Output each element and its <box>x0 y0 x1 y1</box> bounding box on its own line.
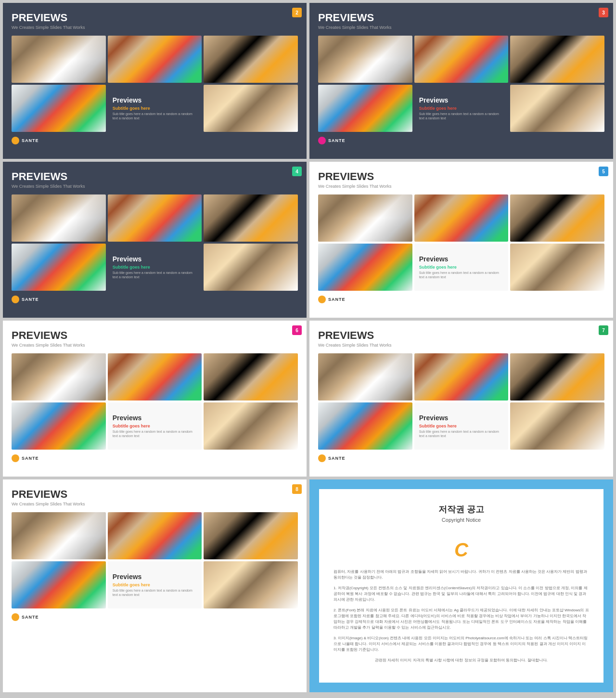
img-cell-1-2 <box>108 36 202 83</box>
footer-text-3: SANTE <box>22 297 39 302</box>
preview-text-4: Previews <box>419 255 504 263</box>
slide-subtitle-7: We Creates Simple Slides That Works <box>12 502 298 506</box>
img-cell-1-6 <box>204 85 298 132</box>
copyright-inner: 저작권 공고 Copyright Notice C 컴퓨터, 자료를 사용하기 … <box>319 489 603 683</box>
preview-cell-2: Previews Subtitle goes here Sub title go… <box>414 85 509 132</box>
img-cell-3-1 <box>12 194 106 242</box>
preview-text-2: Previews <box>419 96 504 104</box>
img-cell-5-3 <box>204 353 298 401</box>
copyright-para-2: 2. 폰트(Font) 본래 자료에 사용된 모든 폰트 유료는 어도비 서체에… <box>334 608 589 631</box>
img-cell-7-1 <box>12 512 106 559</box>
img-cell-6-4 <box>318 402 412 450</box>
preview-desc-5: Sub title goes here a random text a rand… <box>113 429 197 438</box>
img-cell-4-1 <box>318 194 412 242</box>
preview-desc-3: Sub title goes here a random text a rand… <box>113 271 197 279</box>
footer-icon-4 <box>318 296 326 303</box>
preview-sub-1: Subtitle goes here <box>113 106 197 111</box>
footer-1: SANTE <box>12 137 298 144</box>
img-cell-6-1 <box>318 353 412 401</box>
image-grid-5: Previews Subtitle goes here Sub title go… <box>12 353 298 450</box>
img-cell-6-3 <box>510 353 604 401</box>
image-grid-1: Previews Subtitle goes here Sub title go… <box>12 36 298 132</box>
img-cell-4-2 <box>414 194 509 242</box>
slide-title-7: PREVIEWS <box>12 488 298 501</box>
preview-sub-2: Subtitle goes here <box>419 106 504 111</box>
img-cell-3-6 <box>204 244 298 291</box>
main-grid: 2 PREVIEWS We Creates Simple Slides That… <box>0 0 616 695</box>
slide-subtitle-1: We Creates Simple Slides That Works <box>12 25 298 30</box>
img-cell-6-2 <box>414 353 509 401</box>
slide-title-1: PREVIEWS <box>12 12 298 24</box>
slide-title-3: PREVIEWS <box>12 170 298 183</box>
slide-number-1: 2 <box>292 8 302 17</box>
footer-4: SANTE <box>318 296 604 303</box>
preview-sub-4: Subtitle goes here <box>419 265 504 270</box>
footer-text-1: SANTE <box>22 138 39 143</box>
slide-number-3: 4 <box>292 167 302 176</box>
slide-subtitle-3: We Creates Simple Slides That Works <box>12 184 298 189</box>
slide-number-6: 7 <box>599 325 608 335</box>
preview-desc-1: Sub title goes here a random text a rand… <box>113 112 197 120</box>
image-grid-3: Previews Subtitle goes here Sub title go… <box>12 194 298 291</box>
copyright-para-0: 컴퓨터, 자료를 사용하기 전에 아래의 법규과 조항들을 자세히 읽어 보시기… <box>334 569 589 581</box>
slide-number-5: 6 <box>292 325 302 335</box>
img-cell-2-6 <box>510 85 604 132</box>
preview-desc-7: Sub title goes here a random text a rand… <box>113 588 197 597</box>
img-cell-7-3 <box>204 512 298 559</box>
preview-cell-4: Previews Subtitle goes here Sub title go… <box>414 244 509 291</box>
image-grid-6: Previews Subtitle goes here Sub title go… <box>318 353 604 450</box>
img-cell-4-6 <box>510 244 604 291</box>
preview-text-3: Previews <box>113 255 197 263</box>
footer-text-5: SANTE <box>22 456 39 461</box>
image-grid-7: Previews Subtitle goes here Sub title go… <box>12 512 298 608</box>
preview-text-6: Previews <box>419 414 504 422</box>
footer-icon-3 <box>12 296 19 303</box>
img-cell-5-4 <box>12 402 106 450</box>
img-cell-2-1 <box>318 36 412 83</box>
img-cell-2-2 <box>414 36 509 83</box>
preview-sub-6: Subtitle goes here <box>419 424 504 428</box>
footer-6: SANTE <box>318 454 604 462</box>
slide-subtitle-4: We Creates Simple Slides That Works <box>318 184 604 189</box>
footer-text-6: SANTE <box>328 456 346 461</box>
copyright-notice: Copyright Notice <box>442 517 481 523</box>
slide-title-2: PREVIEWS <box>318 12 604 24</box>
img-cell-3-3 <box>204 194 298 242</box>
preview-text-7: Previews <box>113 573 197 581</box>
img-cell-3-4 <box>12 244 106 291</box>
preview-text-5: Previews <box>113 414 197 422</box>
footer-3: SANTE <box>12 296 298 303</box>
footer-icon-6 <box>318 454 326 462</box>
img-cell-4-4 <box>318 244 412 291</box>
slide-title-6: PREVIEWS <box>318 329 604 342</box>
slide-7: 8 PREVIEWS We Creates Simple Slides That… <box>3 479 307 692</box>
footer-text-7: SANTE <box>22 615 39 620</box>
img-cell-4-3 <box>510 194 604 242</box>
preview-cell-7: Previews Subtitle goes here Sub title go… <box>108 561 202 608</box>
img-cell-1-1 <box>12 36 106 83</box>
img-cell-2-4 <box>318 85 412 132</box>
footer-text-4: SANTE <box>328 297 346 302</box>
slide-title-4: PREVIEWS <box>318 170 604 183</box>
slide-3: 4 PREVIEWS We Creates Simple Slides That… <box>3 162 307 318</box>
footer-icon-1 <box>12 137 19 144</box>
copyright-logo: C <box>447 535 476 564</box>
slide-subtitle-6: We Creates Simple Slides That Works <box>318 343 604 348</box>
slide-number-7: 8 <box>292 484 302 494</box>
footer-icon-2 <box>318 137 326 144</box>
preview-cell-1: Previews Subtitle goes here Sub title go… <box>108 85 202 132</box>
slide-2: 3 PREVIEWS We Creates Simple Slides That… <box>309 3 613 159</box>
slide-number-4: 5 <box>599 167 608 176</box>
img-cell-7-6 <box>204 561 298 608</box>
preview-sub-3: Subtitle goes here <box>113 265 197 270</box>
copyright-para-4: 관련된 자세히 이미지 자격의 특별 사항 사항에 대한 정보의 규정을 포함하… <box>375 658 548 663</box>
slide-5: 6 PREVIEWS We Creates Simple Slides That… <box>3 321 307 477</box>
preview-text-1: Previews <box>113 96 197 104</box>
footer-icon-7 <box>12 613 19 621</box>
footer-icon-5 <box>12 454 19 462</box>
preview-desc-6: Sub title goes here a random text a rand… <box>419 429 504 438</box>
copyright-title: 저작권 공고 <box>438 504 484 515</box>
img-cell-7-2 <box>108 512 202 559</box>
img-cell-2-3 <box>510 36 604 83</box>
slide-number-2: 3 <box>599 8 608 17</box>
